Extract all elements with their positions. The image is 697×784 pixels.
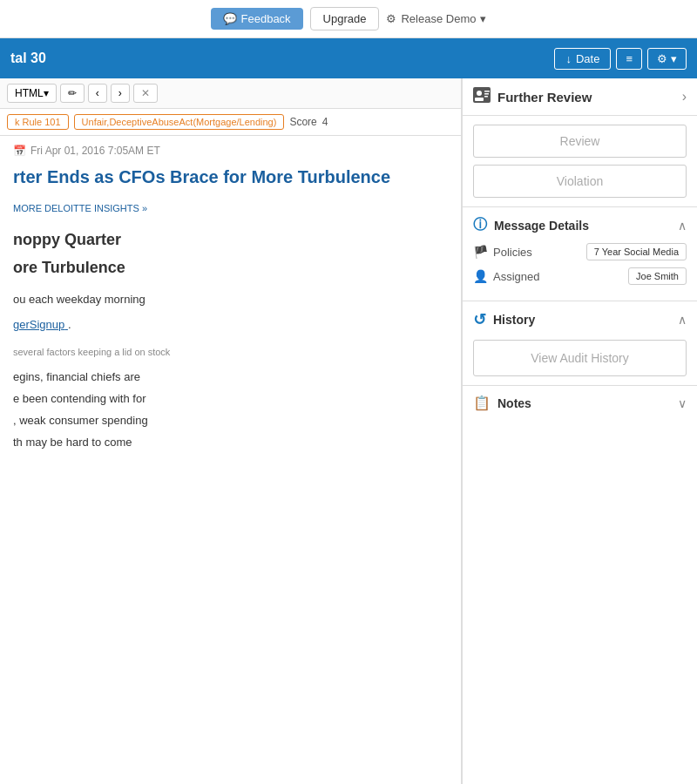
notes-section: 📋 Notes ∨: [463, 386, 697, 420]
upgrade-button[interactable]: Upgrade: [310, 7, 380, 30]
top-bar: 💬 Feedback Upgrade ⚙ Release Demo ▾: [0, 0, 697, 38]
next-icon: ›: [118, 87, 122, 99]
section-link-text: MORE DELOITTE INSIGHTS »: [13, 203, 147, 213]
html-dropdown[interactable]: HTML ▾: [7, 84, 57, 103]
notes-header: 📋 Notes ∨: [473, 395, 687, 411]
gear-icon: ⚙: [657, 52, 667, 65]
collapse-icon[interactable]: ∧: [678, 219, 687, 233]
tag-unfair-deceptive[interactable]: Unfair,DeceptiveAbuseAct(Mortgage/Lendin…: [74, 114, 285, 130]
section-link[interactable]: MORE DELOITTE INSIGHTS »: [13, 201, 448, 217]
date-label: Date: [576, 52, 599, 65]
svg-rect-3: [484, 91, 490, 92]
sort-icon: ↓: [565, 52, 572, 65]
history-title: ↺ History: [473, 310, 535, 329]
tag-rule-101[interactable]: k Rule 101: [7, 114, 69, 130]
close-icon: ✕: [141, 87, 150, 99]
svg-rect-5: [484, 96, 488, 98]
policies-text: Policies: [493, 246, 532, 259]
notes-label: Notes: [497, 396, 531, 410]
message-details-label: Message Details: [494, 219, 589, 233]
assigned-text: Assigned: [493, 270, 539, 283]
date-text: Fri Apr 01, 2016 7:05AM ET: [30, 145, 160, 157]
next-button[interactable]: ›: [111, 84, 130, 103]
html-label: HTML: [15, 87, 44, 99]
body-text-2: egins, financial chiefs are: [13, 368, 448, 387]
gear-button[interactable]: ⚙ ▾: [647, 48, 687, 70]
calendar-icon: 📅: [13, 145, 26, 157]
message-details-section: ⓘ Message Details ∧ 🏴 Policies 7 Year So…: [463, 207, 697, 301]
history-collapse-icon[interactable]: ∧: [678, 313, 687, 327]
svg-rect-4: [484, 93, 489, 95]
prev-button[interactable]: ‹: [88, 84, 107, 103]
further-review-title: Further Review: [473, 87, 592, 106]
total-count: tal 30: [10, 51, 46, 66]
policies-icon: 🏴: [473, 245, 488, 259]
feedback-button[interactable]: 💬 Feedback: [211, 8, 303, 30]
right-arrow-icon[interactable]: ›: [682, 89, 687, 105]
article-title: rter Ends as CFOs Brace for More Turbule…: [13, 166, 448, 188]
chevron-down-icon: ▾: [671, 52, 677, 65]
release-demo-button[interactable]: ⚙ Release Demo ▾: [386, 12, 486, 25]
article-area[interactable]: 📅 Fri Apr 01, 2016 7:05AM ET rter Ends a…: [0, 136, 461, 784]
gear-icon: ⚙: [386, 12, 396, 25]
assigned-label: 👤 Assigned: [473, 269, 539, 283]
chat-icon: 💬: [223, 12, 237, 25]
history-icon: ↺: [473, 310, 486, 329]
review-button[interactable]: Review: [473, 125, 687, 158]
link-suffix: .: [68, 318, 71, 331]
small-text: several factors keeping a lid on stock: [13, 345, 448, 361]
close-button[interactable]: ✕: [133, 84, 158, 103]
blue-toolbar: tal 30 ↓ Date ≡ ⚙ ▾: [0, 38, 697, 78]
violation-button[interactable]: Violation: [473, 165, 687, 198]
assigned-value: Joe Smith: [628, 267, 687, 285]
article-body: MORE DELOITTE INSIGHTS » noppy Quarter o…: [13, 201, 448, 452]
history-label: History: [493, 313, 535, 327]
article-date: 📅 Fri Apr 01, 2016 7:05AM ET: [13, 145, 448, 157]
sub-title-2: ore Turbulence: [13, 255, 448, 280]
left-panel: HTML ▾ ✏ ‹ › ✕ k Rule 101 Unfair,Decepti…: [0, 78, 462, 784]
policies-value: 7 Year Social Media: [586, 243, 687, 260]
view-audit-history-button[interactable]: View Audit History: [473, 340, 687, 376]
dropdown-icon: ▾: [44, 87, 49, 99]
person-icon: 👤: [473, 269, 488, 283]
format-toolbar: HTML ▾ ✏ ‹ › ✕: [0, 78, 461, 109]
history-section: ↺ History ∧ View Audit History: [463, 301, 697, 386]
action-buttons: Review Violation: [463, 116, 697, 207]
lines-button[interactable]: ≡: [616, 48, 642, 70]
body-link: gerSignup .: [13, 316, 448, 335]
view-audit-label: View Audit History: [531, 351, 629, 365]
pencil-icon: ✏: [68, 87, 77, 99]
score-value: 4: [322, 116, 328, 128]
release-demo-label: Release Demo: [401, 12, 476, 25]
lines-icon: ≡: [626, 52, 633, 65]
notes-title: 📋 Notes: [473, 395, 531, 411]
further-review-label: Further Review: [497, 90, 592, 105]
upgrade-label: Upgrade: [323, 12, 367, 25]
notes-icon: 📋: [473, 395, 491, 411]
pencil-button[interactable]: ✏: [60, 84, 85, 103]
body-text-4: , weak consumer spending: [13, 412, 448, 430]
score-label: Score: [289, 116, 316, 128]
policies-label: 🏴 Policies: [473, 245, 532, 259]
tags-row: k Rule 101 Unfair,DeceptiveAbuseAct(Mort…: [0, 109, 461, 136]
body-text-3: e been contending with for: [13, 390, 448, 409]
violation-label: Violation: [557, 174, 603, 188]
message-details-title: ⓘ Message Details: [473, 216, 589, 234]
further-review-header: Further Review ›: [463, 78, 697, 116]
content-area: HTML ▾ ✏ ‹ › ✕ k Rule 101 Unfair,Decepti…: [0, 78, 697, 784]
person-card-icon: [473, 87, 491, 106]
message-details-header: ⓘ Message Details ∧: [473, 216, 687, 234]
article-link[interactable]: gerSignup: [13, 318, 68, 331]
body-text-1: ou each weekday morning: [13, 291, 448, 309]
right-panel: Further Review › Review Violation ⓘ Mess…: [462, 78, 697, 784]
body-text-5: th may be hard to come: [13, 434, 448, 452]
link-text: gerSignup: [13, 318, 64, 331]
info-icon: ⓘ: [473, 216, 487, 234]
svg-rect-2: [475, 98, 484, 101]
review-label: Review: [560, 134, 600, 148]
date-button[interactable]: ↓ Date: [554, 48, 611, 70]
toolbar-right: ↓ Date ≡ ⚙ ▾: [554, 48, 687, 70]
prev-icon: ‹: [96, 87, 99, 99]
sub-title-1: noppy Quarter: [13, 227, 448, 253]
notes-expand-icon[interactable]: ∨: [678, 396, 687, 410]
